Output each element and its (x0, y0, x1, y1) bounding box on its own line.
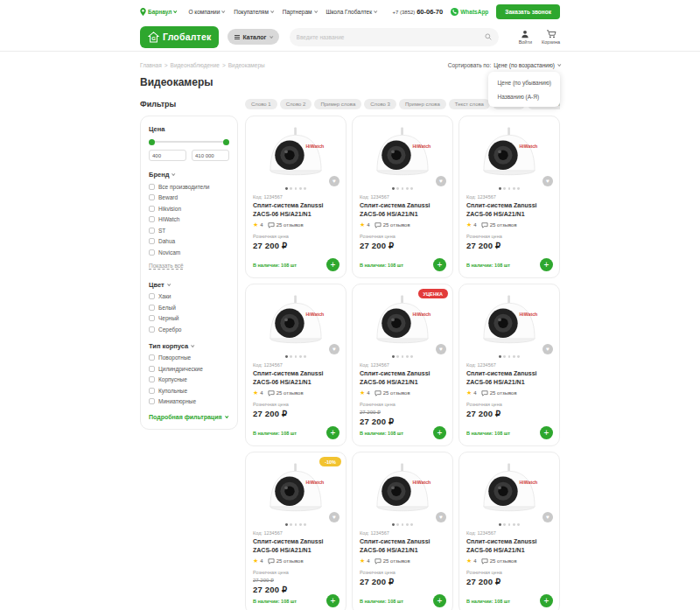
wishlist-button[interactable]: ♥ (542, 176, 553, 186)
add-to-cart-button[interactable]: + (326, 258, 340, 271)
carousel-dots[interactable] (466, 187, 552, 190)
carousel-dots[interactable] (253, 187, 339, 190)
color-option-silver[interactable]: Серебро (149, 326, 229, 333)
product-card[interactable]: УЦЕНКА HiWatch ♥ Код: 1234567 Сплит-сист… (352, 284, 453, 446)
product-image[interactable]: HiWatch ♥ (466, 124, 552, 180)
checkbox[interactable] (149, 293, 155, 299)
add-to-cart-button[interactable]: + (326, 594, 340, 607)
search-input[interactable] (297, 34, 485, 40)
reviews-count[interactable]: 25 отзывов (383, 390, 410, 396)
wishlist-button[interactable]: ♥ (329, 512, 340, 522)
product-image[interactable]: HiWatch ♥ (253, 124, 339, 180)
color-option-white[interactable]: Белый (149, 305, 229, 311)
wishlist-button[interactable]: ♥ (542, 344, 553, 354)
product-title[interactable]: Сплит-система Zanussi ZACS-06 HS/A21/N1 (360, 537, 445, 555)
wishlist-button[interactable]: ♥ (329, 344, 340, 354)
add-to-cart-button[interactable]: + (326, 426, 340, 439)
product-image[interactable]: HiWatch ♥ (253, 460, 339, 516)
add-to-cart-button[interactable]: + (540, 594, 553, 607)
body-type-filter-heading[interactable]: Тип корпуса (149, 342, 229, 350)
show-all-brands-link[interactable]: Показать всё (149, 263, 184, 269)
filter-chip[interactable]: Пример слова (399, 99, 446, 109)
checkbox[interactable] (149, 184, 155, 190)
filter-chip[interactable]: Слово 3 (364, 99, 396, 109)
carousel-dots[interactable] (360, 355, 445, 358)
wishlist-button[interactable]: ♥ (436, 344, 446, 354)
brand-option-dahua[interactable]: Dahua (149, 238, 229, 244)
add-to-cart-button[interactable]: + (540, 258, 553, 271)
product-card[interactable]: HiWatch ♥ Код: 1234567 Сплит-система Zan… (458, 116, 560, 278)
checkbox[interactable] (149, 326, 155, 333)
product-title[interactable]: Сплит-система Zanussi ZACS-06 HS/A21/N1 (360, 201, 445, 219)
product-card[interactable]: -10% HiWatch ♥ Код: 1234567 Сплит-систем… (245, 452, 346, 610)
catalog-button[interactable]: Каталог (228, 29, 278, 45)
brand-option-beward[interactable]: Beward (149, 194, 229, 200)
product-image[interactable]: HiWatch ♥ (360, 124, 445, 180)
body-type-option-box[interactable]: Корпусные (149, 376, 229, 382)
sort-option-price-desc[interactable]: Цене (по убыванию) (488, 75, 560, 89)
slider-handle-max[interactable] (223, 139, 229, 145)
product-title[interactable]: Сплит-система Zanussi ZACS-06 HS/A21/N1 (466, 369, 552, 387)
add-to-cart-button[interactable]: + (433, 426, 446, 439)
filter-chip[interactable]: Слово 1 (245, 99, 277, 109)
brand-option-all[interactable]: Все производители (149, 184, 229, 190)
order-call-button[interactable]: Заказать звонок (496, 4, 560, 19)
carousel-dots[interactable] (253, 355, 339, 358)
checkbox[interactable] (149, 315, 155, 321)
checkbox[interactable] (149, 305, 155, 311)
wishlist-button[interactable]: ♥ (329, 176, 340, 186)
price-max-input[interactable] (192, 150, 229, 161)
phone-number[interactable]: +7 (3852) 60-06-70 (393, 8, 444, 16)
brand-option-novicam[interactable]: Novicam (149, 249, 229, 256)
reviews-count[interactable]: 25 отзывов (276, 390, 304, 396)
login-button[interactable]: Войти (519, 30, 532, 45)
wishlist-button[interactable]: ♥ (436, 512, 446, 522)
product-title[interactable]: Сплит-система Zanussi ZACS-06 HS/A21/N1 (360, 369, 445, 387)
color-option-black[interactable]: Черный (149, 315, 229, 321)
filter-chip[interactable]: Пример слова (314, 99, 361, 109)
reviews-count[interactable]: 25 отзывов (383, 222, 410, 228)
add-to-cart-button[interactable]: + (540, 426, 553, 439)
checkbox[interactable] (149, 194, 155, 200)
checkbox[interactable] (149, 206, 155, 212)
reviews-count[interactable]: 25 отзывов (276, 558, 304, 564)
nav-item-partners[interactable]: Партнерам (283, 9, 317, 15)
color-option-khaki[interactable]: Хаки (149, 293, 229, 299)
reviews-count[interactable]: 25 отзывов (490, 222, 517, 228)
product-card[interactable]: HiWatch ♥ Код: 1234567 Сплит-система Zan… (245, 116, 346, 278)
advanced-filters-link[interactable]: Подробная фильтрация (149, 414, 229, 420)
whatsapp-link[interactable]: WhatsApp (451, 8, 488, 16)
product-image[interactable]: HiWatch ♥ (360, 292, 445, 348)
product-title[interactable]: Сплит-система Zanussi ZACS-06 HS/A21/N1 (253, 201, 339, 219)
product-card[interactable]: HiWatch ♥ Код: 1234567 Сплит-система Zan… (458, 452, 560, 610)
reviews-count[interactable]: 25 отзывов (490, 558, 517, 564)
carousel-dots[interactable] (466, 523, 552, 526)
product-card[interactable]: HiWatch ♥ Код: 1234567 Сплит-система Zan… (352, 116, 453, 278)
location-selector[interactable]: Барнаул (140, 8, 176, 16)
product-title[interactable]: Сплит-система Zanussi ZACS-06 HS/A21/N1 (253, 537, 339, 555)
product-image[interactable]: HiWatch ♥ (466, 460, 552, 516)
carousel-dots[interactable] (253, 523, 339, 526)
filter-chip[interactable]: Текст слова (449, 99, 490, 109)
checkbox[interactable] (149, 376, 155, 382)
product-card[interactable]: HiWatch ♥ Код: 1234567 Сплит-система Zan… (245, 284, 346, 446)
sort-option-name-az[interactable]: Названию (А-Я) (488, 89, 560, 103)
brand-option-st[interactable]: ST (149, 228, 229, 234)
product-image[interactable]: HiWatch ♥ (466, 292, 552, 348)
body-type-option-bullet[interactable]: Цилиндрические (149, 366, 229, 372)
color-filter-heading[interactable]: Цвет (149, 281, 229, 289)
body-type-option-dome[interactable]: Купольные (149, 388, 229, 394)
add-to-cart-button[interactable]: + (433, 594, 446, 607)
checkbox[interactable] (149, 238, 155, 244)
product-card[interactable]: HiWatch ♥ Код: 1234567 Сплит-система Zan… (352, 452, 453, 610)
brand-filter-heading[interactable]: Бренд (149, 171, 229, 179)
cart-button[interactable]: Корзина (542, 30, 560, 45)
carousel-dots[interactable] (360, 523, 445, 526)
nav-item-customers[interactable]: Покупателям (234, 9, 273, 15)
slider-handle-min[interactable] (149, 139, 155, 145)
carousel-dots[interactable] (466, 355, 552, 358)
checkbox[interactable] (149, 216, 155, 222)
breadcrumb-home[interactable]: Главная (140, 62, 162, 68)
reviews-count[interactable]: 25 отзывов (276, 222, 304, 228)
wishlist-button[interactable]: ♥ (436, 176, 446, 186)
